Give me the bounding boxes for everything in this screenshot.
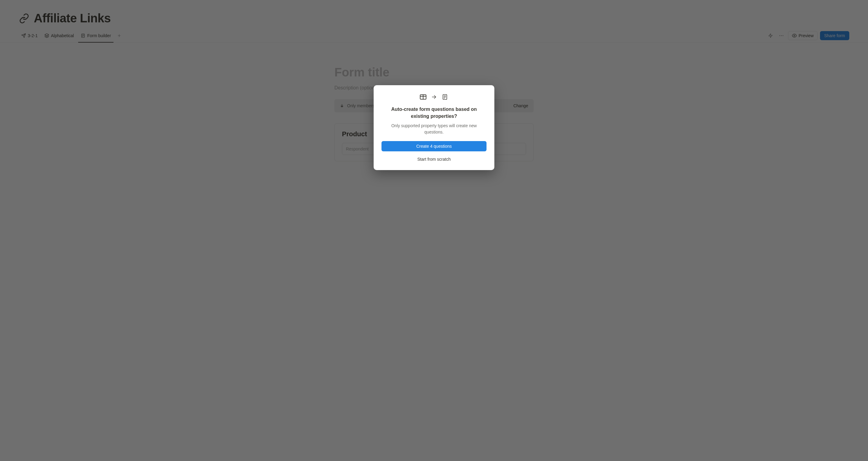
- start-from-scratch-button[interactable]: Start from scratch: [381, 155, 487, 164]
- modal-icons: [381, 93, 487, 101]
- form-icon: [441, 93, 449, 101]
- arrow-right-icon: [431, 93, 437, 101]
- modal-overlay[interactable]: Auto-create form questions based on exis…: [0, 0, 868, 461]
- modal-subtitle: Only supported property types will creat…: [381, 123, 487, 135]
- table-icon: [419, 93, 427, 101]
- auto-create-modal: Auto-create form questions based on exis…: [374, 85, 494, 170]
- modal-title: Auto-create form questions based on exis…: [381, 106, 487, 120]
- create-questions-button[interactable]: Create 4 questions: [381, 141, 487, 151]
